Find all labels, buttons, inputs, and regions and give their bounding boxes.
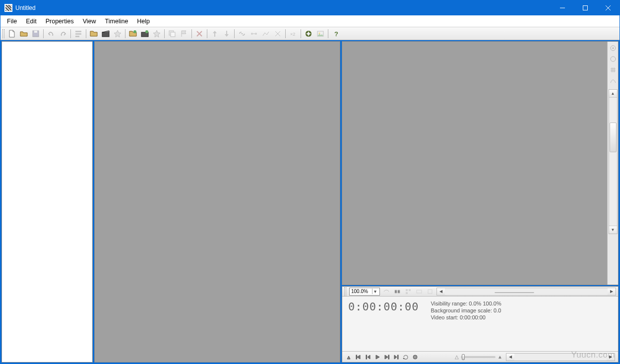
svg-point-27: [413, 355, 417, 359]
timeline-toolbar: 100.0% ▾ ◀ ▶: [342, 287, 618, 297]
scroll-up-icon[interactable]: ▲: [609, 90, 617, 98]
zoom-value: 100.0%: [351, 289, 368, 294]
undo-icon[interactable]: [46, 28, 57, 39]
loop-icon[interactable]: [402, 353, 410, 361]
scroll-right-icon[interactable]: ▶: [608, 288, 616, 295]
menu-timeline[interactable]: Timeline: [101, 16, 133, 26]
minimize-button[interactable]: [551, 0, 574, 15]
tl-icon-1[interactable]: [382, 288, 391, 296]
delete-icon[interactable]: [194, 28, 205, 39]
menu-view[interactable]: View: [78, 16, 101, 26]
rewind-icon[interactable]: [364, 353, 372, 361]
scroll-left-icon[interactable]: ◀: [437, 288, 445, 295]
link1-icon[interactable]: [237, 28, 248, 39]
scroll-thumb[interactable]: [610, 122, 617, 152]
prev-frame-icon[interactable]: [355, 353, 363, 361]
record-icon[interactable]: [411, 353, 419, 361]
folder-icon[interactable]: [88, 28, 99, 39]
tl-icon-4[interactable]: [415, 288, 424, 296]
svg-rect-20: [406, 292, 408, 294]
svg-point-16: [612, 48, 614, 49]
svg-rect-25: [388, 355, 389, 359]
svg-text:?: ?: [334, 30, 338, 38]
menu-help[interactable]: Help: [132, 16, 154, 26]
star-icon[interactable]: [112, 28, 123, 39]
timeline-panel: 100.0% ▾ ◀ ▶ 0:00:00:00: [342, 286, 619, 363]
zoom-combo[interactable]: 100.0% ▾: [349, 288, 380, 296]
add-clapper-icon[interactable]: [139, 28, 150, 39]
grid-icon[interactable]: [609, 65, 618, 74]
new-file-icon[interactable]: [6, 28, 17, 39]
maximize-button[interactable]: [574, 0, 597, 15]
tl-icon-2[interactable]: [393, 288, 402, 296]
tl-icon-3[interactable]: [404, 288, 413, 296]
speed-slider[interactable]: △ ▲: [455, 354, 502, 360]
svg-rect-8: [171, 32, 175, 37]
svg-point-9: [251, 33, 253, 35]
title-bar: Untitled: [0, 0, 620, 15]
timeline-scrollbar[interactable]: ◀ ▶: [436, 288, 616, 296]
link4-icon[interactable]: [272, 28, 283, 39]
open-folder-icon[interactable]: [18, 28, 29, 39]
app-icon: [4, 4, 12, 12]
slider-track[interactable]: [461, 356, 496, 358]
project-tree-pane[interactable]: [1, 41, 93, 363]
link2-icon[interactable]: [248, 28, 259, 39]
picture-icon[interactable]: [315, 28, 326, 39]
leaf-icon[interactable]: [303, 28, 314, 39]
edit-properties-icon[interactable]: [73, 28, 84, 39]
center-pane[interactable]: [94, 41, 340, 363]
svg-text:×2: ×2: [290, 32, 295, 37]
menu-edit[interactable]: Edit: [21, 16, 41, 26]
play-icon[interactable]: [373, 353, 381, 361]
vertical-scrollbar[interactable]: ▲ ▼: [609, 89, 618, 234]
window-title: Untitled: [15, 4, 551, 11]
clapper-icon[interactable]: [100, 28, 111, 39]
forward-icon[interactable]: [392, 353, 400, 361]
arrow-up-icon[interactable]: [209, 28, 220, 39]
circle-dot-icon[interactable]: [609, 55, 618, 63]
preview-canvas[interactable]: [342, 42, 607, 285]
close-button[interactable]: [597, 0, 620, 15]
tool-icon[interactable]: [345, 353, 353, 361]
add-folder-icon[interactable]: [127, 28, 138, 39]
link3-icon[interactable]: [260, 28, 271, 39]
speed-slow-icon: △: [455, 354, 459, 360]
arrow-down-icon[interactable]: [221, 28, 232, 39]
dropdown-icon[interactable]: ▾: [372, 289, 378, 294]
scroll-left-icon[interactable]: ◀: [506, 354, 514, 361]
transport-bar: △ ▲ ◀ ▶: [342, 351, 618, 362]
scroll-right-icon[interactable]: ▶: [607, 354, 615, 361]
svg-rect-24: [366, 355, 367, 359]
path-icon[interactable]: [609, 76, 618, 85]
target-icon[interactable]: [609, 44, 618, 53]
menu-properties[interactable]: Properties: [41, 16, 78, 26]
tl-icon-5[interactable]: [426, 288, 434, 296]
scroll-down-icon[interactable]: ▼: [609, 226, 617, 234]
main-toolbar: ×2 ?: [0, 27, 620, 40]
svg-point-6: [145, 30, 148, 33]
bg-scale-label: Background image scale: 0.0: [431, 307, 501, 313]
save-icon[interactable]: [30, 28, 41, 39]
speed-fast-icon: ▲: [497, 354, 502, 360]
toolbar-handle[interactable]: [344, 287, 346, 296]
timecode: 0:00:00:00: [348, 301, 419, 313]
svg-rect-26: [398, 355, 399, 359]
menu-file[interactable]: File: [2, 16, 21, 26]
slider-thumb[interactable]: [462, 354, 465, 360]
x2-icon[interactable]: ×2: [288, 28, 299, 39]
next-frame-icon[interactable]: [383, 353, 391, 361]
svg-point-10: [255, 33, 257, 35]
transport-scrollbar[interactable]: ◀ ▶: [506, 353, 615, 361]
redo-icon[interactable]: [58, 28, 68, 39]
svg-rect-19: [409, 289, 411, 291]
toolbar-handle[interactable]: [2, 29, 4, 38]
flag-icon[interactable]: [179, 28, 189, 39]
svg-rect-1: [33, 31, 39, 37]
svg-rect-12: [317, 31, 323, 36]
add-star-icon[interactable]: [151, 28, 162, 39]
scroll-thumb[interactable]: [495, 292, 534, 293]
help-icon[interactable]: ?: [330, 28, 341, 39]
preview-pane: ▲ ▼: [342, 41, 619, 285]
copy-folder-icon[interactable]: [167, 28, 178, 39]
